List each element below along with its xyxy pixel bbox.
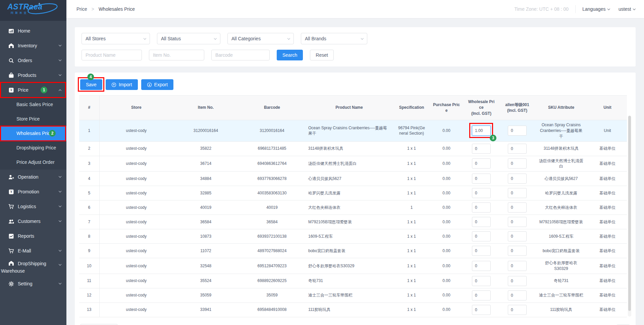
sidebar: ASTRaea 阿斯米亚 HomeInventoryOrdersProducts… [0,0,66,325]
sidebar-item-customers[interactable]: Customers [0,214,66,229]
cell-spec: 1 x 1 [393,244,430,258]
wholesale-input-wrapper [472,231,491,241]
sidebar-item-orders[interactable]: Orders [0,53,66,68]
cell-product: 31148拼装积木玩具 [306,141,393,156]
cell-item_no: 40019 [173,200,238,215]
allen-level-price-input[interactable] [508,188,527,198]
people-icon [8,219,14,224]
allen-level-price-input[interactable] [508,261,527,271]
languages-label: Languages [582,6,605,12]
table-row-3: 3ustest-cody367146940863612764汤臣倍健天然博士乳清… [79,156,627,172]
cell-unit: 基础单位 [588,229,627,244]
scrollbar-thumb[interactable] [628,116,631,311]
wholesale-price-input[interactable] [472,261,491,271]
cell-spec: 1 [393,200,430,215]
export-button[interactable]: Export [141,79,173,90]
cell-store: ustest-cody [99,258,173,274]
cell-allen [500,120,534,141]
cell-allen [500,244,534,258]
allen-level-price-input[interactable] [508,144,527,154]
item-no-input[interactable] [149,50,204,60]
store-filter-select[interactable]: All Stores [82,33,150,44]
sidebar-item-e-mall[interactable]: E-Mall [0,243,66,258]
sidebar-item-operation[interactable]: Operation [0,170,66,184]
allen-level-price-input[interactable] [508,231,527,241]
sidebar-item-wholesales-price[interactable]: Wholesales Price2 [0,126,66,141]
barcode-input[interactable] [211,50,270,60]
sidebar-item-basic-sales-price[interactable]: Basic Sales Price [0,97,66,112]
product-name-input[interactable] [82,50,142,60]
download-icon [147,82,152,87]
allen-level-price-input[interactable] [508,276,527,286]
sidebar-subitem-label: Store Price [16,116,40,122]
allen-level-price-input[interactable] [508,158,527,169]
cell-unit: 基础单位 [588,156,627,172]
cell-sku: M792105B瑁恩瑁爱婴装 [534,215,588,229]
allen-level-price-input[interactable] [508,126,527,136]
allen-level-price-input[interactable] [508,217,527,227]
sidebar-item-home[interactable]: Home [0,24,66,38]
search-button[interactable]: Search [277,50,303,60]
wholesale-price-input[interactable] [472,231,491,241]
export-label: Export [154,82,168,87]
breadcrumb-price[interactable]: Price [76,6,87,12]
wholesale-price-input[interactable] [472,174,491,184]
wholesale-price-input[interactable] [472,126,491,136]
cart-icon [8,248,14,254]
cell-purchase: 0.00 [430,288,463,303]
vertical-scrollbar[interactable] [628,115,631,317]
sidebar-item-promotion[interactable]: ¥Promotion [0,184,66,199]
wholesale-price-input[interactable] [472,246,491,256]
allen-level-price-input[interactable] [508,290,527,300]
wholesale-price-input[interactable] [472,276,491,286]
cell-idx: 2 [79,141,99,156]
wholesale-price-input[interactable] [472,158,491,169]
cell-store: ustest-cody [99,288,173,303]
allen-level-price-input[interactable] [508,246,527,256]
status-filter-select[interactable]: All Status [157,33,220,44]
wholesale-price-input[interactable] [472,217,491,227]
sidebar-item-reports[interactable]: Reports [0,229,66,243]
sidebar-item-setting[interactable]: Setting [0,276,66,291]
cell-wholesale [463,156,500,172]
save-button[interactable]: Save [80,79,102,90]
sidebar-item-store-price[interactable]: Store Price [0,112,66,126]
sidebar-item-products[interactable]: Products [0,68,66,83]
brand-filter-select[interactable]: All Brands [301,33,367,44]
brand-subtitle: 阿斯米亚 [11,11,66,15]
wholesale-price-input[interactable] [472,188,491,198]
column-header-item_no: Item No. [173,96,238,120]
wholesale-price-input[interactable] [472,290,491,300]
sidebar-item-inventory[interactable]: Inventory [0,38,66,53]
table-panel: Save 4 Import Export [75,73,636,325]
wholesale-input-wrapper [472,261,491,271]
import-button[interactable]: Import [106,79,138,90]
cell-item_no: 32548 [173,258,238,274]
allen-level-price-input[interactable] [508,202,527,213]
sidebar-item-logistics[interactable]: Logistics [0,199,66,214]
sidebar-subitem-label: Dropshipping Price [16,145,56,150]
sidebar-item-price-adjust-order[interactable]: Price Adjust Order [0,155,66,170]
languages-dropdown[interactable]: Languages [582,6,610,12]
chevron-up-icon [59,89,62,92]
cell-item_no: 35059 [173,288,238,303]
app-logo[interactable]: ASTRaea 阿斯米亚 [0,0,66,21]
category-filter-select[interactable]: All Categories [227,33,294,44]
cell-barcode: 6940863612764 [238,156,306,172]
sidebar-item-dropshipping-price[interactable]: Dropshipping Price [0,141,66,155]
wholesale-price-input[interactable] [472,144,491,154]
reset-button[interactable]: Reset [310,50,334,60]
sidebar-item-dropshipping-warehouse[interactable]: DropShipping Warehouse [0,258,66,276]
cell-item_no: 35822 [173,141,238,156]
sidebar-item-label: E-Mall [18,248,59,254]
wholesale-price-input[interactable] [472,202,491,213]
cell-wholesale [463,288,500,303]
allen-level-price-input[interactable] [508,305,527,315]
cell-idx: 8 [79,229,99,244]
cell-spec: 1 x 1 [393,274,430,288]
allen-level-price-input[interactable] [508,174,527,184]
user-dropdown[interactable]: ustest [619,6,635,12]
cell-purchase: 0.00 [430,303,463,317]
wholesale-price-input[interactable] [472,305,491,315]
sidebar-item-price[interactable]: ¥Price1 [0,83,66,97]
